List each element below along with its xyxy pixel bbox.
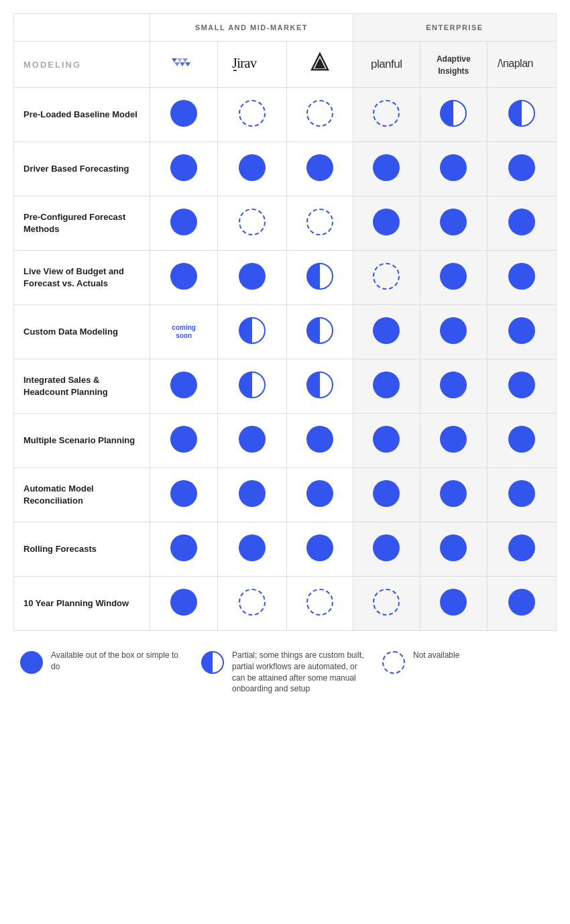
comparison-table: SMALL AND MID-MARKET ENTERPRISE MODELING: [13, 13, 557, 631]
icon-full: [239, 480, 266, 507]
cell-vena: [286, 251, 353, 305]
icon-half: [306, 371, 333, 398]
svg-marker-0: [172, 58, 177, 62]
planful-logo-text: planful: [371, 58, 402, 70]
icon-full: [239, 426, 266, 453]
cell-planful: [353, 196, 420, 251]
feature-label: Custom Data Modeling: [14, 305, 150, 359]
svg-marker-3: [180, 62, 185, 66]
cell-jirav: [218, 577, 286, 631]
icon-full: [440, 154, 467, 181]
table-row: Integrated Sales & Headcount Planning: [14, 359, 557, 414]
cell-adaptive: [420, 196, 487, 251]
icon-full: [508, 426, 535, 453]
icon-full: [440, 534, 467, 561]
cell-mosaic: [150, 196, 217, 251]
icon-empty: [239, 209, 266, 235]
cell-anaplan: [487, 414, 556, 468]
cell-adaptive: [420, 88, 487, 142]
cell-planful: [353, 142, 420, 196]
table-row: Pre-Loaded Baseline Model: [14, 88, 557, 142]
cell-planful: [353, 359, 420, 414]
icon-full: [170, 534, 197, 561]
feature-label: Live View of Budget and Forecast vs. Act…: [14, 251, 150, 305]
cell-adaptive: [420, 468, 487, 522]
icon-full: [440, 480, 467, 507]
icon-full: [508, 480, 535, 507]
legend-item-full: Available out of the box or simple to do: [20, 650, 188, 677]
icon-full: [440, 589, 467, 616]
cell-vena: [286, 359, 353, 414]
icon-full: [440, 371, 467, 398]
icon-full: [239, 534, 266, 561]
section-header-row: SMALL AND MID-MARKET ENTERPRISE: [14, 14, 557, 42]
cell-anaplan: [487, 251, 556, 305]
logo-anaplan: /\naplan: [487, 42, 556, 88]
icon-half: [440, 100, 467, 127]
cell-planful: [353, 88, 420, 142]
cell-jirav: [218, 196, 286, 251]
legend-half-icon: [201, 651, 224, 677]
cell-mosaic: [150, 88, 217, 142]
icon-full: [373, 480, 400, 507]
icon-full: [508, 534, 535, 561]
cell-anaplan: [487, 305, 556, 359]
icon-full: [170, 480, 197, 507]
icon-empty: [306, 209, 333, 235]
cell-planful: [353, 522, 420, 577]
icon-full: [508, 209, 535, 235]
anaplan-logo-text: /\naplan: [496, 62, 547, 73]
icon-empty: [239, 589, 266, 616]
logo-jirav: Jirav: [218, 42, 286, 88]
table-row: Multiple Scenario Planning: [14, 414, 557, 468]
table-row: 10 Year Planning Window: [14, 577, 557, 631]
svg-marker-1: [174, 62, 180, 66]
icon-full: [373, 154, 400, 181]
icon-full: [373, 209, 400, 235]
icon-full: [373, 426, 400, 453]
cell-jirav: [218, 359, 286, 414]
icon-half: [508, 100, 535, 127]
legend: Available out of the box or simple to do…: [13, 650, 557, 695]
cell-mosaic: [150, 522, 217, 577]
table-row: Automatic Model Reconciliation: [14, 468, 557, 522]
cell-planful: [353, 251, 420, 305]
icon-half: [239, 371, 266, 398]
cell-planful: [353, 414, 420, 468]
icon-full: [239, 154, 266, 181]
cell-adaptive: [420, 305, 487, 359]
cell-mosaic: [150, 359, 217, 414]
cell-adaptive: [420, 359, 487, 414]
legend-full-icon: [20, 651, 43, 677]
icon-full: [440, 263, 467, 290]
cell-adaptive: [420, 414, 487, 468]
icon-full: [306, 426, 333, 453]
icon-full: [440, 426, 467, 453]
vena-logo-svg: [308, 51, 332, 75]
icon-full: [170, 100, 197, 127]
legend-item-empty: Not available: [382, 650, 550, 677]
cell-anaplan: [487, 577, 556, 631]
feature-label: Pre-Loaded Baseline Model: [14, 88, 150, 142]
cell-vena: [286, 196, 353, 251]
icon-full: [508, 154, 535, 181]
icon-full: [306, 534, 333, 561]
header-empty: [14, 14, 150, 42]
cell-adaptive: [420, 142, 487, 196]
legend-half-text: Partial; some things are custom built, p…: [232, 650, 369, 695]
icon-empty: [373, 263, 400, 290]
icon-full: [373, 371, 400, 398]
icon-full: [306, 480, 333, 507]
icon-full: [306, 154, 333, 181]
cell-jirav: [218, 88, 286, 142]
icon-full: [170, 371, 197, 398]
section-small-midmarket: SMALL AND MID-MARKET: [150, 14, 353, 42]
icon-full: [170, 426, 197, 453]
table-body: Pre-Loaded Baseline ModelDriver Based Fo…: [14, 88, 557, 631]
cell-vena: [286, 522, 353, 577]
table-row: Live View of Budget and Forecast vs. Act…: [14, 251, 557, 305]
logo-mosaic: [150, 42, 217, 88]
cell-jirav: [218, 305, 286, 359]
icon-empty: [306, 589, 333, 616]
icon-full: [170, 154, 197, 181]
